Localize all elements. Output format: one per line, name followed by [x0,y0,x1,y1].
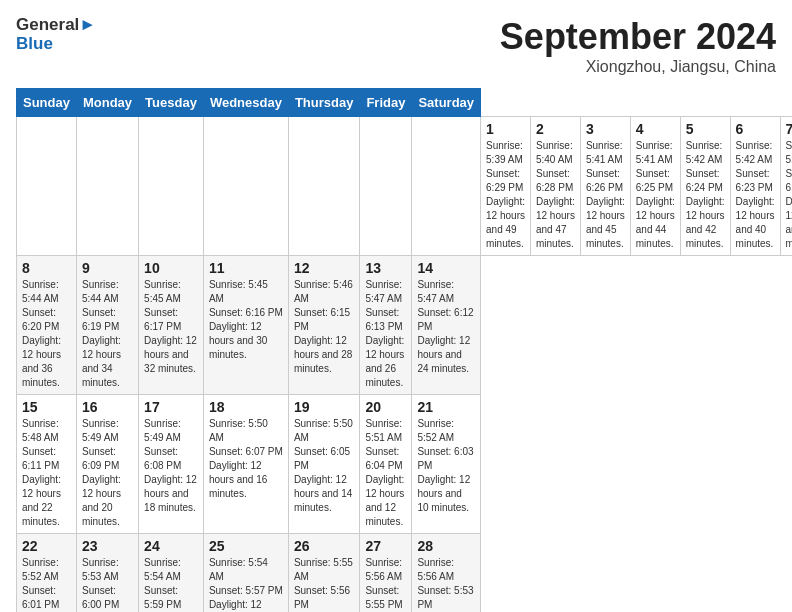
calendar-cell [412,117,481,256]
day-header-monday: Monday [76,89,138,117]
day-header-friday: Friday [360,89,412,117]
day-info: Sunrise: 5:41 AMSunset: 6:26 PMDaylight:… [586,139,625,251]
calendar-cell: 15 Sunrise: 5:48 AMSunset: 6:11 PMDaylig… [17,395,77,534]
calendar-cell: 17 Sunrise: 5:49 AMSunset: 6:08 PMDaylig… [139,395,204,534]
calendar-cell: 7 Sunrise: 5:43 AMSunset: 6:21 PMDayligh… [780,117,792,256]
day-info: Sunrise: 5:54 AMSunset: 5:57 PMDaylight:… [209,556,283,612]
day-number: 16 [82,399,133,415]
day-number: 6 [736,121,775,137]
page-header: General► Blue September 2024 Xiongzhou, … [16,16,776,76]
calendar-cell: 24 Sunrise: 5:54 AMSunset: 5:59 PMDaylig… [139,534,204,613]
days-header-row: SundayMondayTuesdayWednesdayThursdayFrid… [17,89,793,117]
day-number: 4 [636,121,675,137]
calendar-cell: 16 Sunrise: 5:49 AMSunset: 6:09 PMDaylig… [76,395,138,534]
day-info: Sunrise: 5:40 AMSunset: 6:28 PMDaylight:… [536,139,575,251]
week-row-1: 1 Sunrise: 5:39 AMSunset: 6:29 PMDayligh… [17,117,793,256]
day-info: Sunrise: 5:55 AMSunset: 5:56 PMDaylight:… [294,556,355,612]
day-info: Sunrise: 5:41 AMSunset: 6:25 PMDaylight:… [636,139,675,251]
calendar-cell: 20 Sunrise: 5:51 AMSunset: 6:04 PMDaylig… [360,395,412,534]
day-number: 12 [294,260,355,276]
day-info: Sunrise: 5:49 AMSunset: 6:08 PMDaylight:… [144,417,198,515]
week-row-2: 8 Sunrise: 5:44 AMSunset: 6:20 PMDayligh… [17,256,793,395]
week-row-3: 15 Sunrise: 5:48 AMSunset: 6:11 PMDaylig… [17,395,793,534]
day-info: Sunrise: 5:50 AMSunset: 6:05 PMDaylight:… [294,417,355,515]
day-header-sunday: Sunday [17,89,77,117]
logo: General► Blue [16,16,96,53]
calendar-cell [139,117,204,256]
day-number: 25 [209,538,283,554]
calendar-cell: 26 Sunrise: 5:55 AMSunset: 5:56 PMDaylig… [288,534,360,613]
calendar-cell: 25 Sunrise: 5:54 AMSunset: 5:57 PMDaylig… [203,534,288,613]
calendar-cell: 10 Sunrise: 5:45 AMSunset: 6:17 PMDaylig… [139,256,204,395]
calendar-cell: 9 Sunrise: 5:44 AMSunset: 6:19 PMDayligh… [76,256,138,395]
calendar-table: SundayMondayTuesdayWednesdayThursdayFrid… [16,88,792,612]
day-info: Sunrise: 5:56 AMSunset: 5:55 PMDaylight:… [365,556,406,612]
day-info: Sunrise: 5:45 AMSunset: 6:16 PMDaylight:… [209,278,283,362]
location: Xiongzhou, Jiangsu, China [500,58,776,76]
week-row-4: 22 Sunrise: 5:52 AMSunset: 6:01 PMDaylig… [17,534,793,613]
day-number: 18 [209,399,283,415]
day-number: 7 [786,121,793,137]
calendar-cell: 2 Sunrise: 5:40 AMSunset: 6:28 PMDayligh… [530,117,580,256]
day-info: Sunrise: 5:47 AMSunset: 6:12 PMDaylight:… [417,278,475,376]
day-info: Sunrise: 5:52 AMSunset: 6:01 PMDaylight:… [22,556,71,612]
day-info: Sunrise: 5:50 AMSunset: 6:07 PMDaylight:… [209,417,283,501]
calendar-cell: 22 Sunrise: 5:52 AMSunset: 6:01 PMDaylig… [17,534,77,613]
day-info: Sunrise: 5:47 AMSunset: 6:13 PMDaylight:… [365,278,406,390]
day-header-thursday: Thursday [288,89,360,117]
day-info: Sunrise: 5:39 AMSunset: 6:29 PMDaylight:… [486,139,525,251]
day-number: 13 [365,260,406,276]
day-number: 27 [365,538,406,554]
calendar-cell: 3 Sunrise: 5:41 AMSunset: 6:26 PMDayligh… [580,117,630,256]
day-number: 23 [82,538,133,554]
day-number: 8 [22,260,71,276]
day-number: 5 [686,121,725,137]
day-info: Sunrise: 5:53 AMSunset: 6:00 PMDaylight:… [82,556,133,612]
day-info: Sunrise: 5:54 AMSunset: 5:59 PMDaylight:… [144,556,198,612]
day-number: 3 [586,121,625,137]
calendar-cell [288,117,360,256]
day-info: Sunrise: 5:42 AMSunset: 6:24 PMDaylight:… [686,139,725,251]
calendar-cell: 28 Sunrise: 5:56 AMSunset: 5:53 PMDaylig… [412,534,481,613]
month-title: September 2024 [500,16,776,58]
day-number: 17 [144,399,198,415]
day-info: Sunrise: 5:44 AMSunset: 6:19 PMDaylight:… [82,278,133,390]
day-number: 15 [22,399,71,415]
calendar-cell [17,117,77,256]
day-number: 10 [144,260,198,276]
day-number: 1 [486,121,525,137]
calendar-cell [360,117,412,256]
title-area: September 2024 Xiongzhou, Jiangsu, China [500,16,776,76]
calendar-cell: 23 Sunrise: 5:53 AMSunset: 6:00 PMDaylig… [76,534,138,613]
calendar-cell: 19 Sunrise: 5:50 AMSunset: 6:05 PMDaylig… [288,395,360,534]
logo-text: General► Blue [16,16,96,53]
calendar-cell: 5 Sunrise: 5:42 AMSunset: 6:24 PMDayligh… [680,117,730,256]
day-number: 22 [22,538,71,554]
day-info: Sunrise: 5:43 AMSunset: 6:21 PMDaylight:… [786,139,793,251]
day-info: Sunrise: 5:49 AMSunset: 6:09 PMDaylight:… [82,417,133,529]
calendar-cell: 11 Sunrise: 5:45 AMSunset: 6:16 PMDaylig… [203,256,288,395]
day-number: 20 [365,399,406,415]
calendar-cell: 27 Sunrise: 5:56 AMSunset: 5:55 PMDaylig… [360,534,412,613]
day-number: 2 [536,121,575,137]
calendar-cell: 18 Sunrise: 5:50 AMSunset: 6:07 PMDaylig… [203,395,288,534]
day-number: 26 [294,538,355,554]
calendar-cell [203,117,288,256]
day-number: 21 [417,399,475,415]
calendar-cell: 1 Sunrise: 5:39 AMSunset: 6:29 PMDayligh… [481,117,531,256]
day-info: Sunrise: 5:51 AMSunset: 6:04 PMDaylight:… [365,417,406,529]
day-number: 11 [209,260,283,276]
calendar-cell: 13 Sunrise: 5:47 AMSunset: 6:13 PMDaylig… [360,256,412,395]
day-number: 14 [417,260,475,276]
day-info: Sunrise: 5:45 AMSunset: 6:17 PMDaylight:… [144,278,198,376]
day-header-tuesday: Tuesday [139,89,204,117]
day-info: Sunrise: 5:52 AMSunset: 6:03 PMDaylight:… [417,417,475,515]
calendar-cell [76,117,138,256]
day-number: 24 [144,538,198,554]
day-header-saturday: Saturday [412,89,481,117]
calendar-cell: 14 Sunrise: 5:47 AMSunset: 6:12 PMDaylig… [412,256,481,395]
day-info: Sunrise: 5:44 AMSunset: 6:20 PMDaylight:… [22,278,71,390]
day-info: Sunrise: 5:42 AMSunset: 6:23 PMDaylight:… [736,139,775,251]
day-number: 28 [417,538,475,554]
calendar-cell: 8 Sunrise: 5:44 AMSunset: 6:20 PMDayligh… [17,256,77,395]
